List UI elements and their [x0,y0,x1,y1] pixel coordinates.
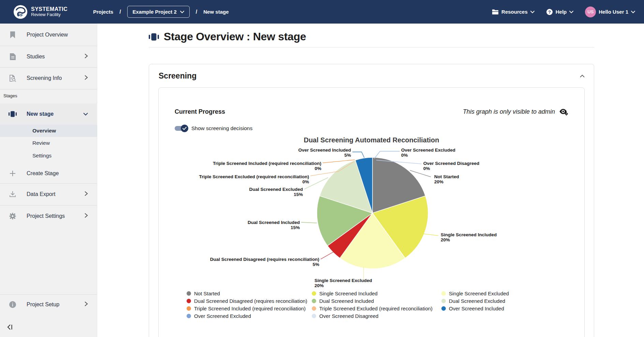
legend-dot [312,306,316,311]
callout-leader-line [321,252,334,259]
user-menu[interactable]: US Hello User 1 [585,6,635,17]
legend-item: Dual Screened Included [312,297,441,304]
sidebar-item-studies[interactable]: Studies [0,46,97,67]
breadcrumb-separator: / [196,9,197,15]
gear-icon [8,212,17,220]
chevron-right-icon [84,53,88,60]
legend-item: Over Screened Disagreed [312,312,441,319]
sidebar-item-screening-info[interactable]: Screening Info [0,67,97,89]
breadcrumb-projects[interactable]: Projects [93,9,113,15]
svg-text:?: ? [548,9,551,14]
sidebar-subitem-settings[interactable]: Settings [0,149,97,162]
collapse-section-button[interactable] [580,73,585,79]
show-screening-decisions-toggle[interactable] [175,125,188,132]
callout-leader-line [301,222,317,223]
legend-dot [187,314,191,318]
svg-text:RF: RF [18,13,23,17]
resources-menu[interactable]: Resources [492,9,535,15]
help-menu[interactable]: ? Help [546,9,574,15]
legend-label: Single Screened Included [319,291,378,296]
app-logo[interactable]: RF SYSTEMATIC Review Facility [14,5,68,19]
user-greeting: Hello User 1 [599,9,628,15]
current-progress-panel: Current Progress This graph is only visi… [158,87,585,337]
breadcrumb-current-stage: New stage [203,9,229,15]
legend-item: Dual Screened Excluded [441,297,578,304]
sidebar-item-project-setup[interactable]: Project Setup [0,294,97,315]
main-content: Stage Overview : New stage Screening Cur… [97,24,644,337]
callout-label: Over Screened Included [298,148,351,153]
sidebar-subitem-overview[interactable]: Overview [0,125,97,137]
callout-label: 0% [302,179,309,184]
breadcrumb-separator: / [119,9,121,15]
legend-dot [312,314,316,318]
stages-section-label: Stages [3,93,17,98]
sidebar-item-new-stage[interactable]: New stage [0,103,97,125]
legend-dot [187,306,191,311]
pie-chart: Not Started20%Single Screened Included20… [159,146,584,289]
page-title: Stage Overview : New stage [164,30,306,43]
callout-label: Not Started [434,174,459,179]
callout-label: 0% [401,153,408,158]
callout-label: Triple Screened Excluded (required recon… [199,174,309,179]
legend-item: Triple Screened Excluded (required recon… [312,305,441,312]
callout-label: Triple Screened Included (required recon… [213,161,321,166]
page-title-row: Stage Overview : New stage [149,30,594,47]
screening-card: Screening Current Progress This graph is… [149,64,594,337]
chevron-down-icon [180,11,184,13]
progress-heading: Current Progress [175,108,225,115]
callout-label: Single Screened Included [441,232,497,237]
callout-label: 5% [344,153,351,158]
callout-leader-line [352,152,364,158]
download-icon [8,191,17,198]
stage-carousel-icon [149,33,159,41]
chart-legend: Not StartedDual Screened Disagreed (requ… [159,290,584,319]
chevron-down-icon [569,11,573,13]
callout-label: Dual Screened Excluded [249,187,303,192]
sidebar: Project Overview Studies [0,24,97,337]
breadcrumb: Projects / Example Project 2 / New stage [93,6,229,18]
legend-dot [312,291,316,296]
sidebar-item-data-export[interactable]: Data Export [0,183,97,205]
screening-card-title: Screening [159,71,196,81]
sidebar-item-create-stage[interactable]: Create Stage [0,164,97,183]
legend-item: Triple Screened Included (required recon… [187,305,312,312]
chevron-down-icon [631,11,635,13]
chart-title: Dual Screening Automated Reconciliation [159,136,584,144]
avatar: US [585,6,596,17]
legend-column: Single Screened ExcludedDual Screened Ex… [441,290,578,319]
legend-dot [187,299,191,303]
srf-logo-icon: RF [14,5,27,19]
legend-dot [312,299,316,303]
sidebar-item-project-settings[interactable]: Project Settings [0,205,97,227]
chevron-down-icon [530,11,535,13]
admin-visibility-note: This graph is only visible to admin [463,108,568,116]
sidebar-collapse-button[interactable] [7,324,14,332]
legend-label: Dual Screened Included [319,298,374,304]
callout-label: 0% [423,166,430,171]
legend-label: Triple Screened Included (required recon… [194,306,306,311]
callout-label: Dual Screened Included [248,220,300,225]
toggle-label: Show screening decisions [191,125,252,131]
callout-label: Single Screened Excluded [314,278,372,283]
legend-item: Single Screened Included [312,290,441,297]
callout-label: Dual Screened Disagreed (requires reconc… [210,257,319,262]
chevron-right-icon [84,75,88,82]
legend-item: Not Started [187,290,312,297]
callout-label: 0% [314,166,321,171]
legend-dot [441,291,446,296]
stage-carousel-icon [8,111,17,117]
legend-dot [187,291,191,296]
bookmark-icon [8,31,17,39]
legend-label: Over Screened Disagreed [319,313,378,319]
legend-label: Not Started [194,291,220,296]
app-screen: RF SYSTEMATIC Review Facility Projects /… [0,0,644,337]
sidebar-subitem-review[interactable]: Review [0,137,97,149]
chevron-down-icon [83,111,88,117]
callout-label: 20% [434,179,443,184]
legend-label: Over Screened Excluded [194,313,251,319]
callout-label: 15% [294,192,303,197]
callout-label: 15% [291,225,300,230]
sidebar-item-project-overview[interactable]: Project Overview [0,24,97,46]
project-selector-button[interactable]: Example Project 2 [127,6,190,18]
legend-item: Single Screened Excluded [441,290,578,297]
